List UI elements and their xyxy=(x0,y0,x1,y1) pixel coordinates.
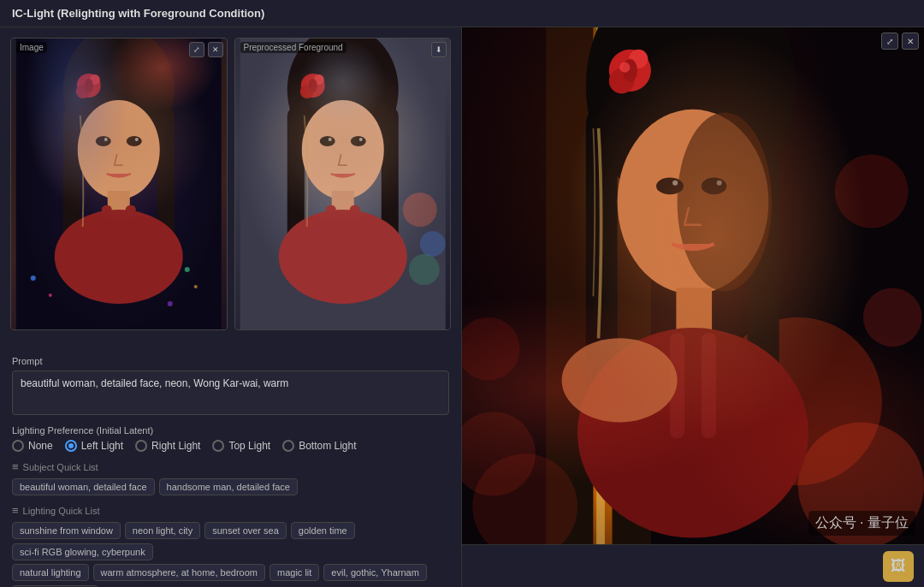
svg-rect-47 xyxy=(593,27,612,544)
svg-point-35 xyxy=(300,74,324,98)
svg-point-68 xyxy=(623,59,637,82)
tag-neon-city[interactable]: neon light, city xyxy=(125,522,200,539)
svg-point-63 xyxy=(672,181,678,186)
svg-point-31 xyxy=(319,136,335,146)
subject-tags-row: beautiful woman, detailed face handsome … xyxy=(12,478,449,495)
expand-icon[interactable]: ⤢ xyxy=(189,42,204,57)
lighting-tags-row-2: natural lighting warm atmosphere, at hom… xyxy=(12,564,449,587)
svg-rect-56 xyxy=(676,288,712,340)
radio-left-light[interactable]: Left Light xyxy=(65,440,123,452)
svg-rect-58 xyxy=(670,333,684,438)
svg-point-57 xyxy=(578,328,808,537)
svg-point-23 xyxy=(287,39,398,154)
svg-point-34 xyxy=(358,138,362,141)
lighting-radio-group: None Left Light Right Light Top Light Bo… xyxy=(12,440,449,452)
radio-label-bottom-light: Bottom Light xyxy=(299,440,356,452)
radio-label-top-light: Top Light xyxy=(228,440,270,452)
svg-point-65 xyxy=(609,50,651,92)
svg-point-38 xyxy=(308,79,317,92)
svg-point-60 xyxy=(562,338,678,422)
output-bottom-bar: 🖼 公众号 · 量子位 xyxy=(462,544,924,587)
svg-point-26 xyxy=(301,100,383,199)
svg-point-19 xyxy=(76,85,90,98)
svg-point-1 xyxy=(31,276,36,281)
original-image xyxy=(11,39,227,329)
radio-dot-none xyxy=(12,440,24,452)
svg-rect-59 xyxy=(702,333,716,438)
svg-rect-30 xyxy=(349,205,359,274)
svg-rect-52 xyxy=(586,107,618,475)
image-box-original: Image ⤢ ✕ xyxy=(10,38,228,330)
radio-label-none: None xyxy=(28,440,53,452)
svg-point-40 xyxy=(419,231,445,257)
tag-beautiful-woman[interactable]: beautiful woman, detailed face xyxy=(12,478,155,495)
tag-handsome-man[interactable]: handsome man, detailed face xyxy=(159,478,298,495)
svg-point-62 xyxy=(702,178,726,195)
app-title: IC-Light (Relighting with Foreground Con… xyxy=(12,7,264,20)
output-expand-icon[interactable]: ⤢ xyxy=(881,33,898,50)
right-panel: ⤢ ✕ xyxy=(462,27,924,587)
svg-point-3 xyxy=(185,267,190,272)
lighting-label: Lighting Preference (Initial Latent) xyxy=(12,425,449,436)
svg-rect-48 xyxy=(596,27,605,544)
svg-rect-7 xyxy=(63,107,80,278)
radio-right-light[interactable]: Right Light xyxy=(135,440,200,452)
svg-point-55 xyxy=(678,113,772,292)
svg-point-50 xyxy=(567,55,820,370)
radio-bottom-light[interactable]: Bottom Light xyxy=(282,440,356,452)
svg-point-70 xyxy=(835,155,909,228)
output-action-button[interactable]: 🖼 xyxy=(883,551,914,582)
foreground-image xyxy=(235,39,451,329)
close-icon[interactable]: ✕ xyxy=(208,42,223,57)
output-image xyxy=(462,27,924,544)
prompt-textarea[interactable]: beautiful woman, detailed face, neon, Wo… xyxy=(12,371,449,415)
svg-point-41 xyxy=(408,254,439,285)
subject-quick-list-title: Subject Quick List xyxy=(12,460,449,473)
svg-point-45 xyxy=(472,454,578,544)
tag-evil-gothic[interactable]: evil, gothic, Yharnam xyxy=(323,564,427,581)
svg-rect-13 xyxy=(126,205,136,274)
radio-label-left-light: Left Light xyxy=(81,440,123,452)
output-close-icon[interactable]: ✕ xyxy=(902,33,919,50)
prompt-label: Prompt xyxy=(12,356,449,366)
radio-dot-top-light xyxy=(212,440,224,452)
image-row: Image ⤢ ✕ xyxy=(0,27,461,341)
svg-point-11 xyxy=(55,210,183,304)
svg-rect-53 xyxy=(748,107,779,422)
svg-point-2 xyxy=(49,294,52,297)
tag-magic-lit[interactable]: magic lit xyxy=(270,564,319,581)
svg-point-71 xyxy=(863,288,922,347)
tag-sunset-sea[interactable]: sunset over sea xyxy=(204,522,287,539)
svg-point-32 xyxy=(350,136,365,146)
svg-point-33 xyxy=(328,138,331,141)
svg-point-18 xyxy=(77,74,101,98)
svg-point-17 xyxy=(135,138,139,141)
tag-sunshine-window[interactable]: sunshine from window xyxy=(12,522,121,539)
image-box-foreground: Preprocessed Foreground ⬇ xyxy=(234,38,452,330)
radio-none[interactable]: None xyxy=(12,440,53,452)
svg-point-39 xyxy=(402,193,436,227)
svg-point-46 xyxy=(462,412,536,495)
svg-rect-12 xyxy=(102,205,112,274)
radio-label-right-light: Right Light xyxy=(151,440,200,452)
svg-rect-27 xyxy=(331,191,353,221)
svg-point-21 xyxy=(85,79,93,92)
svg-point-69 xyxy=(619,62,630,73)
radio-dot-bottom-light xyxy=(282,440,294,452)
radio-top-light[interactable]: Top Light xyxy=(212,440,270,452)
radio-dot-left-light xyxy=(65,440,77,452)
svg-point-20 xyxy=(90,74,100,85)
svg-point-5 xyxy=(168,301,173,306)
svg-rect-10 xyxy=(108,191,130,221)
tag-golden-time[interactable]: golden time xyxy=(291,522,355,539)
svg-point-61 xyxy=(656,178,684,195)
svg-rect-22 xyxy=(240,39,445,329)
download-icon[interactable]: ⬇ xyxy=(431,42,447,57)
svg-rect-25 xyxy=(381,107,398,278)
tag-warm-home[interactable]: warm atmosphere, at home, bedroom xyxy=(93,564,265,581)
svg-point-16 xyxy=(104,138,108,141)
tag-scifi-rgb[interactable]: sci-fi RGB glowing, cyberpunk xyxy=(12,543,153,560)
tag-natural-lighting[interactable]: natural lighting xyxy=(12,564,89,581)
svg-point-64 xyxy=(717,181,722,186)
svg-rect-49 xyxy=(546,27,651,544)
